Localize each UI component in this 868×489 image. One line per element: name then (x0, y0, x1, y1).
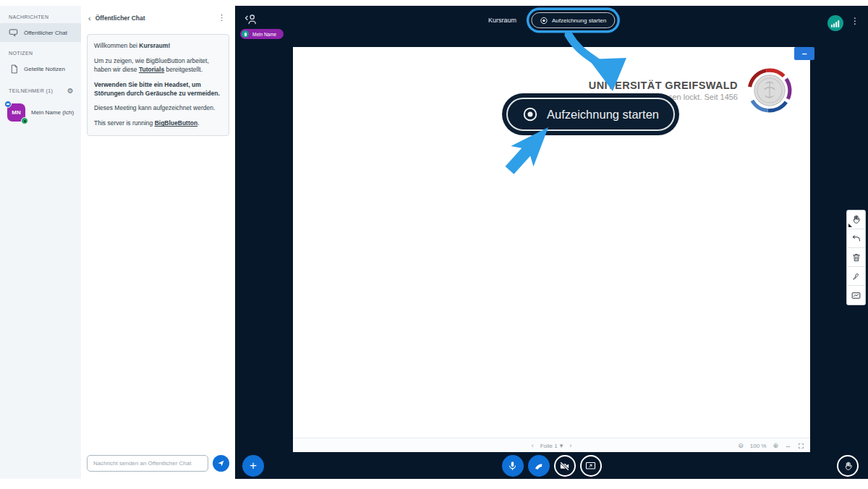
topbar-center: Kursraum Aufzeichnung starten (488, 12, 615, 28)
welcome-line-5: This server is running BigBlueButton. (94, 119, 222, 128)
participant-row[interactable]: MN Mein Name (Ich) (0, 98, 81, 127)
chat-header: ‹ Öffentlicher Chat ⋮ (81, 6, 235, 27)
welcome-message: Willkommen bei Kursraum! Um zu zeigen, w… (87, 34, 229, 136)
slide-select-dropdown[interactable]: Folie 1 ▾ (540, 442, 563, 449)
chat-message-input[interactable] (87, 455, 208, 472)
userlist-sidebar: NACHRICHTEN Öffentlicher Chat NOTIZEN Ge… (0, 6, 81, 479)
chat-options-menu-icon[interactable]: ⋮ (216, 13, 228, 22)
fullscreen-icon (798, 443, 804, 449)
previous-slide-button[interactable]: ‹ (532, 442, 534, 449)
whiteboard-toolbar (846, 210, 866, 305)
welcome-line-1: Willkommen bei Kursraum! (94, 42, 222, 51)
options-menu-icon[interactable]: ⋮ (851, 16, 859, 26)
share-screen-button[interactable] (580, 455, 602, 477)
presentation-slide[interactable]: – UNIVERSITÄT GREIFSWALD Wissen lockt. S… (293, 47, 810, 452)
avatar: MN (7, 103, 25, 122)
notes-label: NOTIZEN (9, 51, 33, 56)
notes-icon (9, 64, 19, 74)
slide-label: Folie 1 (540, 443, 558, 449)
microphone-icon (506, 460, 519, 472)
messages-section-label: NACHRICHTEN (0, 6, 81, 23)
record-icon (522, 106, 538, 122)
start-recording-button[interactable]: Aufzeichnung starten (531, 12, 615, 28)
participants-section-label: TEILNEHMER (1) ⚙ (0, 78, 81, 98)
welcome-line-3: Verwenden Sie bitte ein Headset, um Stör… (94, 81, 222, 98)
start-recording-label: Aufzeichnung starten (552, 17, 606, 24)
undo-icon (851, 234, 861, 244)
welcome-line-2: Um zu zeigen, wie BigBlueButton arbeitet… (94, 57, 222, 75)
raise-hand-button[interactable] (837, 455, 859, 477)
notes-section-label: NOTIZEN (0, 42, 81, 59)
actions-plus-button[interactable]: + (242, 455, 264, 477)
tool-submenu-indicator (848, 224, 852, 227)
webcam-off-icon (558, 460, 571, 472)
meeting-title: Kursraum (488, 17, 516, 24)
connection-status-button[interactable] (827, 15, 843, 31)
talker-indicator[interactable]: Mein Name (240, 29, 284, 39)
record-button-illustration: Aufzeichnung starten (506, 98, 675, 131)
record-illustration-label: Aufzeichnung starten (547, 108, 659, 122)
share-webcam-button[interactable] (554, 455, 576, 477)
slide-zoom-controls: ⊖ 100 % ⊕ ↔ (738, 438, 804, 453)
chat-title: Öffentlicher Chat (95, 14, 216, 22)
send-icon (217, 459, 225, 467)
presenter-badge-icon (4, 101, 12, 108)
shared-notes-label: Geteilte Notizen (24, 66, 65, 72)
sidebar-item-shared-notes[interactable]: Geteilte Notizen (0, 59, 81, 78)
slide-toolbar: ‹ Folie 1 ▾ › ⊖ 100 % ⊕ ↔ (293, 438, 810, 452)
bigbluebutton-app: NACHRICHTEN Öffentlicher Chat NOTIZEN Ge… (0, 6, 868, 479)
university-name: UNIVERSITÄT GREIFSWALD (589, 80, 738, 91)
chat-bubble-icon (9, 27, 19, 38)
action-bar (502, 455, 602, 477)
fullscreen-button[interactable] (798, 443, 804, 449)
listening-badge-icon (21, 117, 28, 124)
hand-tool-button[interactable] (847, 211, 865, 229)
record-icon (540, 17, 548, 25)
talker-name: Mein Name (252, 32, 276, 37)
slide-navigation: ‹ Folie 1 ▾ › (532, 438, 572, 453)
smart-pen-tool-button[interactable] (847, 267, 865, 286)
send-message-button[interactable] (213, 455, 229, 472)
signal-bars-icon (831, 20, 840, 27)
raise-hand-icon (843, 461, 854, 472)
screen-share-icon (584, 460, 597, 472)
clear-annotations-button[interactable] (847, 248, 865, 267)
zoom-level: 100 % (750, 443, 767, 449)
hand-icon (851, 214, 861, 225)
talker-mic-icon (242, 30, 249, 38)
chat-back-chevron-icon[interactable]: ‹ (88, 14, 91, 22)
messages-label: NACHRICHTEN (9, 14, 48, 20)
multi-user-whiteboard-button[interactable] (847, 286, 865, 305)
fit-width-button[interactable]: ↔ (785, 442, 791, 449)
sidebar-item-public-chat[interactable]: Öffentlicher Chat (0, 23, 81, 42)
welcome-line-4: Dieses Meeting kann aufgezeichnet werden… (94, 104, 222, 113)
chat-input-row (87, 455, 229, 472)
university-seal-icon (746, 67, 793, 114)
toggle-userlist-icon[interactable] (244, 12, 258, 30)
chevron-down-icon: ▾ (560, 442, 563, 449)
bigbluebutton-link[interactable]: BigBlueButton (155, 119, 198, 127)
undo-tool-button[interactable] (847, 229, 865, 248)
main-area: Mein Name Kursraum Aufzeichnung starten … (235, 6, 868, 479)
pen-icon (851, 271, 861, 281)
tutorials-link[interactable]: Tutorials (139, 66, 164, 73)
chart-box-icon (851, 290, 861, 301)
zoom-out-button[interactable]: ⊖ (738, 442, 744, 449)
mute-button[interactable] (502, 455, 524, 477)
avatar-initials: MN (12, 109, 20, 116)
next-slide-button[interactable]: › (569, 442, 571, 449)
participants-label: TEILNEHMER (1) (9, 88, 53, 93)
zoom-in-button[interactable]: ⊕ (773, 442, 778, 449)
phone-icon (532, 460, 545, 472)
trash-icon (851, 252, 861, 263)
participant-name: Mein Name (Ich) (31, 109, 74, 116)
participants-settings-gear-icon[interactable]: ⚙ (67, 87, 74, 95)
leave-audio-button[interactable] (528, 455, 550, 477)
minimize-presentation-button[interactable]: – (794, 47, 814, 60)
chat-panel: ‹ Öffentlicher Chat ⋮ Willkommen bei Kur… (81, 6, 235, 479)
public-chat-label: Öffentlicher Chat (24, 30, 67, 36)
